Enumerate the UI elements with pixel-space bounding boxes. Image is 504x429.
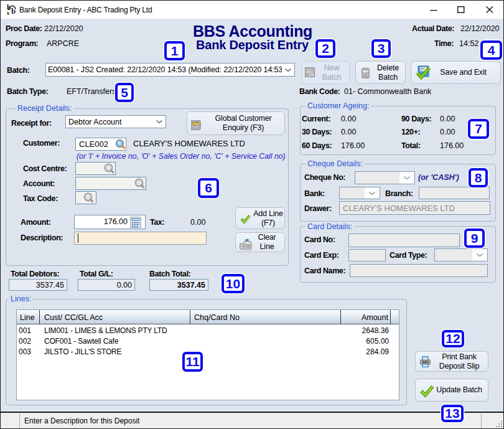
svg-text:b: b: [11, 6, 16, 16]
svg-text:s: s: [7, 9, 9, 16]
